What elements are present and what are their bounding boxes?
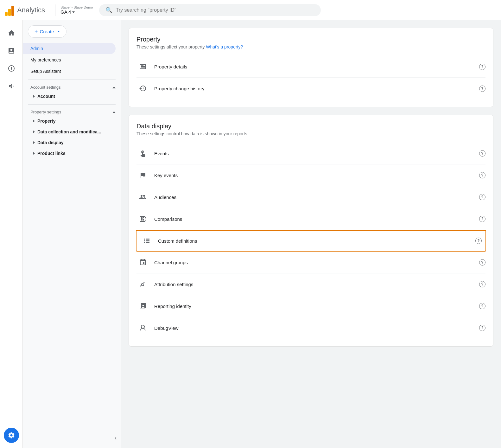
logo-bar-2	[8, 9, 11, 16]
data-display-card: Data display These settings control how …	[129, 115, 493, 347]
account-settings-section[interactable]: Account settings	[23, 82, 121, 91]
custom-definitions-help-icon[interactable]: ?	[475, 238, 482, 244]
logo-bar-1	[5, 12, 8, 16]
key-events-label: Key events	[154, 173, 479, 178]
property-history-icon	[136, 82, 149, 95]
sidebar-collapse-button[interactable]: ‹	[111, 433, 121, 443]
nav-explore[interactable]	[4, 61, 19, 76]
nav-home[interactable]	[4, 25, 19, 41]
key-events-icon	[136, 169, 149, 182]
property-history-label: Property change history	[154, 86, 479, 91]
attribution-icon	[136, 278, 149, 291]
app-title: Analytics	[17, 6, 45, 14]
property-card-subtitle: These settings affect your property What…	[136, 44, 485, 49]
debugview-row[interactable]: DebugView ?	[136, 317, 485, 339]
events-label: Events	[154, 151, 479, 156]
data-collection-label: Data collection and modifica...	[37, 129, 101, 134]
help-circle-icon: ?	[479, 64, 485, 70]
audiences-label: Audiences	[154, 195, 479, 200]
custom-definitions-row[interactable]: Custom definitions ?	[136, 230, 486, 252]
debugview-help-icon[interactable]: ?	[479, 325, 485, 331]
create-label: Create	[40, 29, 54, 34]
events-help-icon[interactable]: ?	[479, 150, 485, 157]
property-settings-chevron-icon	[112, 111, 116, 113]
product-links-triangle-icon	[33, 152, 35, 155]
myprefs-label: My preferences	[30, 57, 61, 62]
comparisons-icon	[136, 213, 149, 225]
property-selector-dropdown[interactable]: GA 4	[60, 9, 93, 15]
audiences-icon	[136, 191, 149, 203]
property-settings-section[interactable]: Property settings	[23, 107, 121, 116]
sidebar-item-product-links[interactable]: Product links	[23, 148, 121, 159]
triangle-icon	[33, 95, 35, 98]
reporting-identity-icon	[136, 300, 149, 312]
property-triangle-icon	[33, 119, 35, 123]
channel-groups-row[interactable]: Channel groups ?	[136, 252, 485, 273]
property-chevron-icon	[72, 11, 75, 13]
sidebar-item-myprefs[interactable]: My preferences	[23, 54, 121, 66]
create-dropdown-icon	[57, 31, 60, 32]
product-links-label: Product links	[37, 151, 66, 156]
property-history-row[interactable]: Property change history ?	[136, 78, 485, 99]
header-divider	[55, 4, 55, 16]
plus-icon: +	[35, 28, 38, 35]
property-details-label: Property details	[154, 64, 479, 69]
reporting-identity-label: Reporting identity	[154, 304, 479, 309]
nav-reports[interactable]	[4, 43, 19, 58]
key-events-help-icon[interactable]: ?	[479, 172, 485, 178]
logo-area: Analytics	[5, 4, 45, 16]
account-label: Account	[37, 94, 55, 99]
analytics-logo	[5, 4, 14, 16]
reporting-identity-row[interactable]: Reporting identity ?	[136, 295, 485, 317]
icon-nav	[0, 20, 23, 448]
main-layout: + Create Admin My preferences Setup Assi…	[0, 0, 501, 448]
main-content: Property These settings affect your prop…	[121, 20, 501, 448]
data-display-card-subtitle: These settings control how data is shown…	[136, 131, 485, 136]
logo-bar-3	[11, 6, 14, 16]
sidebar-item-data-collection[interactable]: Data collection and modifica...	[23, 126, 121, 137]
property-details-icon	[136, 60, 149, 73]
sidebar-divider-1	[28, 80, 116, 80]
property-history-help-icon[interactable]: ?	[479, 85, 485, 92]
whats-property-link[interactable]: What's a property?	[206, 44, 243, 49]
audiences-row[interactable]: Audiences ?	[136, 186, 485, 208]
key-events-row[interactable]: Key events ?	[136, 164, 485, 186]
attribution-row[interactable]: Attribution settings ?	[136, 273, 485, 295]
create-button[interactable]: + Create	[28, 25, 67, 38]
reporting-identity-help-icon[interactable]: ?	[479, 303, 485, 309]
setup-label: Setup Assistant	[30, 69, 61, 74]
property-path: Stape > Stape Demo	[60, 5, 93, 9]
custom-definitions-icon	[140, 234, 153, 247]
attribution-label: Attribution settings	[154, 282, 479, 287]
app-header: Analytics Stape > Stape Demo GA 4 🔍	[0, 0, 501, 20]
sidebar-item-property[interactable]: Property	[23, 116, 121, 126]
property-selector[interactable]: Stape > Stape Demo GA 4	[60, 5, 93, 15]
sidebar-item-data-display[interactable]: Data display	[23, 137, 121, 148]
audiences-help-icon[interactable]: ?	[479, 194, 485, 200]
property-details-row[interactable]: Property details ?	[136, 56, 485, 78]
comparisons-label: Comparisons	[154, 216, 479, 222]
property-name: GA 4	[60, 9, 71, 15]
property-card-subtitle-text: These settings affect your property	[136, 44, 205, 49]
nav-advertising[interactable]	[4, 79, 19, 94]
data-collection-triangle-icon	[33, 130, 35, 133]
events-row[interactable]: Events ?	[136, 143, 485, 164]
search-input[interactable]	[116, 7, 314, 13]
sidebar-item-admin[interactable]: Admin	[23, 43, 116, 54]
help-circle-2-icon: ?	[479, 86, 485, 92]
sidebar-item-setup[interactable]: Setup Assistant	[23, 66, 121, 77]
property-sub-label: Property	[37, 118, 56, 124]
sidebar-item-account[interactable]: Account	[23, 91, 121, 102]
search-bar[interactable]: 🔍	[99, 4, 321, 16]
data-display-triangle-icon	[33, 141, 35, 144]
admin-label: Admin	[30, 46, 43, 51]
comparisons-help-icon[interactable]: ?	[479, 216, 485, 222]
admin-gear-button[interactable]	[4, 428, 19, 443]
sidebar-divider-2	[28, 104, 116, 105]
property-details-help-icon[interactable]: ?	[479, 63, 485, 70]
property-card: Property These settings affect your prop…	[129, 28, 493, 107]
attribution-help-icon[interactable]: ?	[479, 281, 485, 287]
data-display-card-title: Data display	[136, 123, 485, 130]
channel-groups-help-icon[interactable]: ?	[479, 259, 485, 266]
comparisons-row[interactable]: Comparisons ?	[136, 208, 485, 230]
